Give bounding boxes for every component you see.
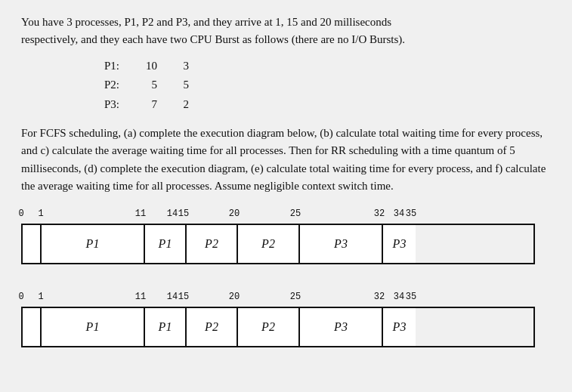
label-20-d1: 20 xyxy=(229,208,240,219)
p1-b2: 3 xyxy=(171,57,189,76)
process-row-p2: P2: 5 5 xyxy=(104,76,551,95)
cell-empty-1 xyxy=(23,225,42,263)
label-32-d1: 32 xyxy=(374,208,385,219)
cell-p1a-2: P1 xyxy=(42,308,145,346)
gantt-chart-1: P1 P1 P2 P2 P3 P3 xyxy=(21,224,535,264)
label-25-d1: 25 xyxy=(290,208,301,219)
intro-paragraph: You have 3 processes, P1, P2 and P3, and… xyxy=(21,14,551,49)
process-table: P1: 10 3 P2: 5 5 P3: 7 2 xyxy=(104,57,551,115)
label-14-d1: 14 xyxy=(167,208,178,219)
label-35-d1: 35 xyxy=(406,208,416,219)
cell-p3a-2: P3 xyxy=(300,308,383,346)
cell-p2b-1: P2 xyxy=(238,225,300,263)
timeline-labels-1: 0 1 11 14 15 20 25 32 34 35 xyxy=(21,208,535,222)
p1-name: P1: xyxy=(104,57,125,76)
label-14-d2: 14 xyxy=(167,292,178,302)
fcfs-text-content: For FCFS scheduling, (a) complete the ex… xyxy=(21,127,546,192)
cell-p3a-1: P3 xyxy=(300,225,383,263)
p1-b1: 10 xyxy=(139,57,157,76)
p2-b2: 5 xyxy=(171,76,189,95)
p2-name: P2: xyxy=(104,76,125,95)
p3-b2: 2 xyxy=(171,95,189,115)
label-25-d2: 25 xyxy=(290,292,301,302)
fcfs-description: For FCFS scheduling, (a) complete the ex… xyxy=(21,125,551,195)
p3-b1: 7 xyxy=(139,95,157,115)
label-0-d1: 0 xyxy=(18,208,23,219)
label-35-d2: 35 xyxy=(406,292,416,302)
intro-line2: respectively, and they each have two CPU… xyxy=(21,33,405,45)
label-15-d1: 15 xyxy=(178,208,189,219)
timeline-labels-2: 0 1 11 14 15 20 25 32 34 35 xyxy=(21,292,535,305)
label-20-d2: 20 xyxy=(229,292,240,302)
cell-p2a-2: P2 xyxy=(187,308,238,346)
label-1-d2: 1 xyxy=(38,292,43,302)
intro-line1: You have 3 processes, P1, P2 and P3, and… xyxy=(21,16,391,28)
p3-name: P3: xyxy=(104,95,125,115)
p2-b1: 5 xyxy=(139,76,157,95)
label-32-d2: 32 xyxy=(374,292,385,302)
cell-p2b-2: P2 xyxy=(238,308,300,346)
process-row-p1: P1: 10 3 xyxy=(104,57,551,76)
diagram-1: 0 1 11 14 15 20 25 32 34 35 P1 P1 P2 P2 … xyxy=(21,208,551,264)
label-34-d2: 34 xyxy=(394,292,404,302)
diagram-2: 0 1 11 14 15 20 25 32 34 35 P1 P1 P2 P2 … xyxy=(21,292,551,347)
label-34-d1: 34 xyxy=(394,208,404,219)
label-11-d2: 11 xyxy=(135,292,146,302)
label-11-d1: 11 xyxy=(135,208,146,219)
label-15-d2: 15 xyxy=(178,292,189,302)
cell-p1b-1: P1 xyxy=(145,225,187,263)
cell-p3b-1: P3 xyxy=(383,225,416,263)
cell-p1b-2: P1 xyxy=(145,308,187,346)
cell-p3b-2: P3 xyxy=(383,308,416,346)
label-1-d1: 1 xyxy=(38,208,43,219)
process-row-p3: P3: 7 2 xyxy=(104,95,551,115)
cell-empty-2 xyxy=(23,308,42,346)
cell-p1a-1: P1 xyxy=(42,225,145,263)
cell-p2a-1: P2 xyxy=(187,225,238,263)
label-0-d2: 0 xyxy=(18,292,23,302)
gantt-chart-2: P1 P1 P2 P2 P3 P3 xyxy=(21,307,535,347)
